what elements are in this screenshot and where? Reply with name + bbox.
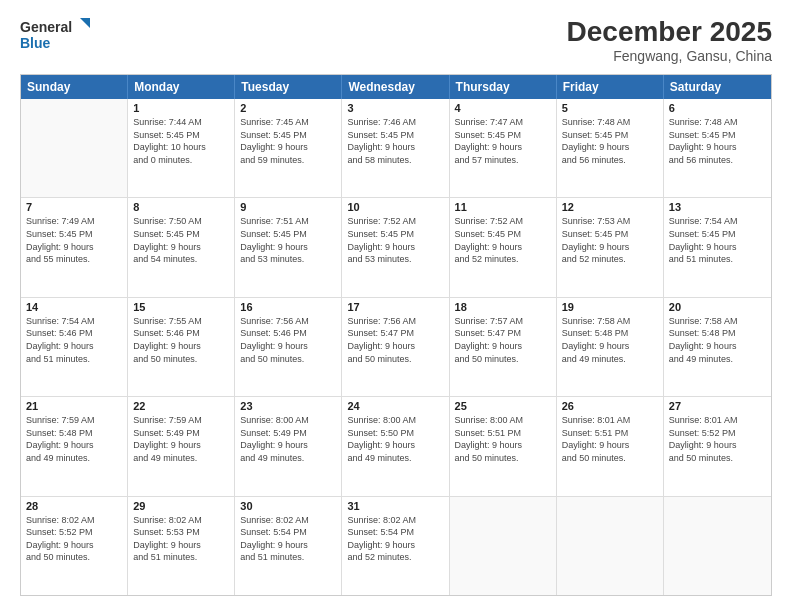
calendar-header-row: SundayMondayTuesdayWednesdayThursdayFrid…	[21, 75, 771, 99]
day-number: 23	[240, 400, 336, 412]
calendar-header-cell: Monday	[128, 75, 235, 99]
day-info: Sunrise: 7:46 AM Sunset: 5:45 PM Dayligh…	[347, 116, 443, 166]
day-number: 31	[347, 500, 443, 512]
calendar-cell	[21, 99, 128, 197]
calendar-cell: 25Sunrise: 8:00 AM Sunset: 5:51 PM Dayli…	[450, 397, 557, 495]
calendar-row: 14Sunrise: 7:54 AM Sunset: 5:46 PM Dayli…	[21, 298, 771, 397]
day-info: Sunrise: 7:48 AM Sunset: 5:45 PM Dayligh…	[669, 116, 766, 166]
day-number: 4	[455, 102, 551, 114]
day-info: Sunrise: 7:52 AM Sunset: 5:45 PM Dayligh…	[347, 215, 443, 265]
calendar-cell	[664, 497, 771, 595]
day-number: 28	[26, 500, 122, 512]
day-info: Sunrise: 7:56 AM Sunset: 5:46 PM Dayligh…	[240, 315, 336, 365]
calendar-cell: 4Sunrise: 7:47 AM Sunset: 5:45 PM Daylig…	[450, 99, 557, 197]
calendar-cell: 15Sunrise: 7:55 AM Sunset: 5:46 PM Dayli…	[128, 298, 235, 396]
day-number: 17	[347, 301, 443, 313]
day-number: 2	[240, 102, 336, 114]
day-info: Sunrise: 7:59 AM Sunset: 5:48 PM Dayligh…	[26, 414, 122, 464]
calendar-row: 1Sunrise: 7:44 AM Sunset: 5:45 PM Daylig…	[21, 99, 771, 198]
calendar-cell: 26Sunrise: 8:01 AM Sunset: 5:51 PM Dayli…	[557, 397, 664, 495]
calendar-cell: 28Sunrise: 8:02 AM Sunset: 5:52 PM Dayli…	[21, 497, 128, 595]
calendar-cell: 9Sunrise: 7:51 AM Sunset: 5:45 PM Daylig…	[235, 198, 342, 296]
calendar-cell: 2Sunrise: 7:45 AM Sunset: 5:45 PM Daylig…	[235, 99, 342, 197]
calendar-cell: 21Sunrise: 7:59 AM Sunset: 5:48 PM Dayli…	[21, 397, 128, 495]
day-info: Sunrise: 8:02 AM Sunset: 5:53 PM Dayligh…	[133, 514, 229, 564]
logo-svg: General Blue	[20, 16, 90, 56]
calendar-cell: 20Sunrise: 7:58 AM Sunset: 5:48 PM Dayli…	[664, 298, 771, 396]
day-number: 7	[26, 201, 122, 213]
day-number: 1	[133, 102, 229, 114]
day-number: 25	[455, 400, 551, 412]
day-info: Sunrise: 7:44 AM Sunset: 5:45 PM Dayligh…	[133, 116, 229, 166]
calendar-cell: 17Sunrise: 7:56 AM Sunset: 5:47 PM Dayli…	[342, 298, 449, 396]
calendar-cell: 14Sunrise: 7:54 AM Sunset: 5:46 PM Dayli…	[21, 298, 128, 396]
calendar-cell: 10Sunrise: 7:52 AM Sunset: 5:45 PM Dayli…	[342, 198, 449, 296]
calendar-header-cell: Sunday	[21, 75, 128, 99]
day-number: 30	[240, 500, 336, 512]
calendar-cell: 31Sunrise: 8:02 AM Sunset: 5:54 PM Dayli…	[342, 497, 449, 595]
calendar-cell: 12Sunrise: 7:53 AM Sunset: 5:45 PM Dayli…	[557, 198, 664, 296]
day-info: Sunrise: 7:59 AM Sunset: 5:49 PM Dayligh…	[133, 414, 229, 464]
day-number: 3	[347, 102, 443, 114]
day-info: Sunrise: 7:51 AM Sunset: 5:45 PM Dayligh…	[240, 215, 336, 265]
calendar-cell: 1Sunrise: 7:44 AM Sunset: 5:45 PM Daylig…	[128, 99, 235, 197]
calendar-cell: 23Sunrise: 8:00 AM Sunset: 5:49 PM Dayli…	[235, 397, 342, 495]
day-number: 8	[133, 201, 229, 213]
calendar-cell: 16Sunrise: 7:56 AM Sunset: 5:46 PM Dayli…	[235, 298, 342, 396]
calendar-header-cell: Wednesday	[342, 75, 449, 99]
main-title: December 2025	[567, 16, 772, 48]
day-info: Sunrise: 8:00 AM Sunset: 5:49 PM Dayligh…	[240, 414, 336, 464]
calendar-cell: 30Sunrise: 8:02 AM Sunset: 5:54 PM Dayli…	[235, 497, 342, 595]
title-block: December 2025 Fengwang, Gansu, China	[567, 16, 772, 64]
calendar-row: 28Sunrise: 8:02 AM Sunset: 5:52 PM Dayli…	[21, 497, 771, 595]
day-number: 14	[26, 301, 122, 313]
calendar-cell: 5Sunrise: 7:48 AM Sunset: 5:45 PM Daylig…	[557, 99, 664, 197]
calendar-row: 7Sunrise: 7:49 AM Sunset: 5:45 PM Daylig…	[21, 198, 771, 297]
calendar-cell: 19Sunrise: 7:58 AM Sunset: 5:48 PM Dayli…	[557, 298, 664, 396]
day-number: 26	[562, 400, 658, 412]
day-info: Sunrise: 8:01 AM Sunset: 5:52 PM Dayligh…	[669, 414, 766, 464]
day-number: 10	[347, 201, 443, 213]
logo: General Blue	[20, 16, 90, 56]
day-info: Sunrise: 7:49 AM Sunset: 5:45 PM Dayligh…	[26, 215, 122, 265]
day-info: Sunrise: 8:00 AM Sunset: 5:51 PM Dayligh…	[455, 414, 551, 464]
calendar-header-cell: Saturday	[664, 75, 771, 99]
calendar-header-cell: Friday	[557, 75, 664, 99]
calendar-cell: 27Sunrise: 8:01 AM Sunset: 5:52 PM Dayli…	[664, 397, 771, 495]
day-number: 5	[562, 102, 658, 114]
calendar-body: 1Sunrise: 7:44 AM Sunset: 5:45 PM Daylig…	[21, 99, 771, 595]
calendar-cell: 18Sunrise: 7:57 AM Sunset: 5:47 PM Dayli…	[450, 298, 557, 396]
day-number: 11	[455, 201, 551, 213]
day-number: 16	[240, 301, 336, 313]
day-info: Sunrise: 8:02 AM Sunset: 5:52 PM Dayligh…	[26, 514, 122, 564]
calendar-header-cell: Thursday	[450, 75, 557, 99]
day-info: Sunrise: 7:54 AM Sunset: 5:46 PM Dayligh…	[26, 315, 122, 365]
day-number: 12	[562, 201, 658, 213]
day-number: 29	[133, 500, 229, 512]
svg-text:General: General	[20, 19, 72, 35]
calendar-cell	[450, 497, 557, 595]
day-info: Sunrise: 7:54 AM Sunset: 5:45 PM Dayligh…	[669, 215, 766, 265]
day-number: 15	[133, 301, 229, 313]
page: General Blue December 2025 Fengwang, Gan…	[0, 0, 792, 612]
calendar-cell: 24Sunrise: 8:00 AM Sunset: 5:50 PM Dayli…	[342, 397, 449, 495]
day-info: Sunrise: 7:57 AM Sunset: 5:47 PM Dayligh…	[455, 315, 551, 365]
calendar-row: 21Sunrise: 7:59 AM Sunset: 5:48 PM Dayli…	[21, 397, 771, 496]
calendar-cell	[557, 497, 664, 595]
subtitle: Fengwang, Gansu, China	[567, 48, 772, 64]
day-number: 13	[669, 201, 766, 213]
day-number: 19	[562, 301, 658, 313]
day-info: Sunrise: 7:58 AM Sunset: 5:48 PM Dayligh…	[669, 315, 766, 365]
day-number: 6	[669, 102, 766, 114]
calendar-cell: 3Sunrise: 7:46 AM Sunset: 5:45 PM Daylig…	[342, 99, 449, 197]
day-info: Sunrise: 7:45 AM Sunset: 5:45 PM Dayligh…	[240, 116, 336, 166]
day-info: Sunrise: 7:52 AM Sunset: 5:45 PM Dayligh…	[455, 215, 551, 265]
day-info: Sunrise: 7:56 AM Sunset: 5:47 PM Dayligh…	[347, 315, 443, 365]
calendar-cell: 22Sunrise: 7:59 AM Sunset: 5:49 PM Dayli…	[128, 397, 235, 495]
day-number: 27	[669, 400, 766, 412]
day-info: Sunrise: 8:02 AM Sunset: 5:54 PM Dayligh…	[240, 514, 336, 564]
calendar-cell: 29Sunrise: 8:02 AM Sunset: 5:53 PM Dayli…	[128, 497, 235, 595]
day-number: 21	[26, 400, 122, 412]
day-info: Sunrise: 7:58 AM Sunset: 5:48 PM Dayligh…	[562, 315, 658, 365]
day-number: 24	[347, 400, 443, 412]
